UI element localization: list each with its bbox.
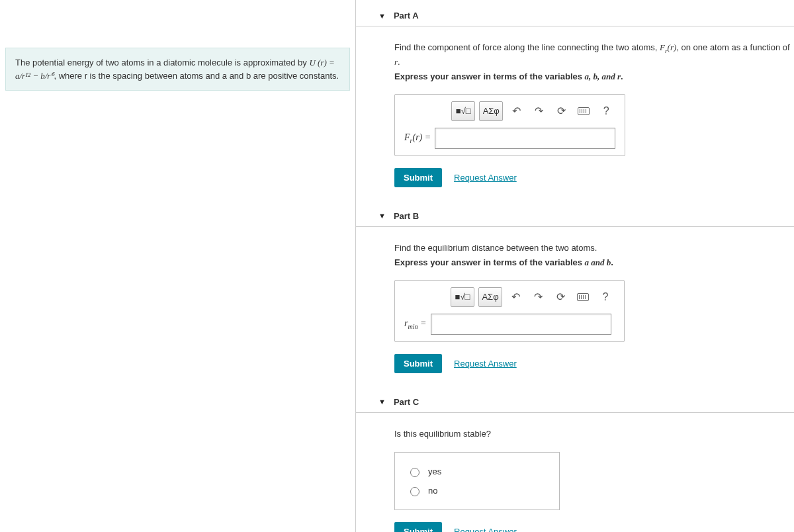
part-c-request-answer-link[interactable]: Request Answer [454,527,517,532]
part-b-header[interactable]: ▼ Part B [356,207,794,227]
greek-button[interactable]: ΑΣφ [478,287,502,307]
redo-icon[interactable]: ↷ [529,288,547,306]
keyboard-icon[interactable] [574,102,593,120]
part-b-answer-input[interactable] [431,314,611,335]
part-b-answer-box: ■√□ ΑΣφ ↶ ↷ ⟳ ? rmin = [394,280,625,342]
part-a-header[interactable]: ▼ Part A [356,7,794,26]
part-c-option-yes[interactable]: yes [407,462,547,481]
reset-icon[interactable]: ⟳ [552,102,570,120]
help-icon[interactable]: ? [597,102,615,120]
chevron-down-icon: ▼ [378,12,386,20]
part-a-answer-input[interactable] [435,128,615,149]
problem-text-after: , where r is the spacing between atoms a… [54,71,339,81]
part-c-title: Part C [394,397,419,407]
part-c-header[interactable]: ▼ Part C [356,393,794,413]
part-b-submit-button[interactable]: Submit [394,354,442,373]
part-a-submit-button[interactable]: Submit [394,168,442,187]
undo-icon[interactable]: ↶ [506,288,525,306]
templates-button[interactable]: ■√□ [451,287,474,307]
redo-icon[interactable]: ↷ [529,102,548,120]
part-b-title: Part B [394,211,419,221]
chevron-down-icon: ▼ [378,398,386,406]
part-b-request-answer-link[interactable]: Request Answer [454,359,517,369]
radio-yes[interactable] [410,468,419,477]
greek-button[interactable]: ΑΣφ [479,101,503,121]
part-a: ▼ Part A Find the component of force alo… [356,7,794,187]
radio-no[interactable] [410,487,419,496]
problem-text-before: The potential energy of two atoms in a d… [15,58,309,67]
part-c: ▼ Part C Is this equilibrium stable? yes… [356,393,794,532]
part-a-request-answer-link[interactable]: Request Answer [454,173,517,183]
keyboard-icon[interactable] [574,288,592,306]
part-c-option-no[interactable]: no [407,481,547,500]
part-a-instruction: Express your answer in terms of the vari… [394,71,790,82]
part-c-prompt: Is this equilibrium stable? [394,427,790,441]
reset-icon[interactable]: ⟳ [551,288,570,306]
part-b-prompt: Find the equilibrium distance between th… [394,242,790,255]
equation-toolbar: ■√□ ΑΣφ ↶ ↷ ⟳ ? [404,287,615,307]
problem-statement: The potential energy of two atoms in a d… [5,48,350,91]
part-a-answer-box: ■√□ ΑΣφ ↶ ↷ ⟳ ? Fr(r) = [394,94,625,156]
part-a-input-label: Fr(r) = [404,132,431,144]
part-b: ▼ Part B Find the equilibrium distance b… [356,207,794,373]
templates-button[interactable]: ■√□ [451,101,475,121]
part-b-instruction: Express your answer in terms of the vari… [394,257,790,268]
part-c-options-box: yes no [394,452,560,510]
undo-icon[interactable]: ↶ [507,102,525,120]
part-a-prompt: Find the component of force along the li… [394,41,790,69]
help-icon[interactable]: ? [596,288,615,306]
part-c-submit-button[interactable]: Submit [394,522,442,532]
part-b-input-label: rmin = [404,318,427,330]
part-a-title: Part A [394,11,419,21]
equation-toolbar: ■√□ ΑΣφ ↶ ↷ ⟳ ? [404,101,615,121]
chevron-down-icon: ▼ [378,212,386,220]
